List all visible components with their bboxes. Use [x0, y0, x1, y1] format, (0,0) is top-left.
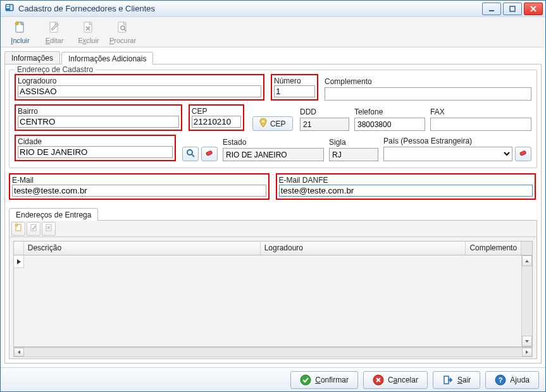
row-emails: E-Mail E-Mail DANFE [9, 173, 537, 200]
sair-label: Sair [457, 376, 471, 384]
incluir-label: Incluir [11, 37, 29, 44]
delivery-grid: Descrição Logradouro Complemento [9, 237, 537, 358]
bairro-input[interactable] [18, 116, 179, 128]
ajuda-button[interactable]: ? Ajuda [485, 371, 539, 389]
ddd-label: DDD [300, 107, 349, 116]
svg-point-12 [262, 120, 264, 122]
maximize-button[interactable] [503, 3, 522, 15]
cancelar-button[interactable]: Cancelar [363, 371, 428, 389]
confirmar-button[interactable]: Confirmar [290, 371, 358, 389]
search-document-icon [115, 20, 130, 35]
scroll-left-button[interactable] [14, 348, 24, 357]
horizontal-scrollbar[interactable] [13, 347, 533, 357]
svg-rect-5 [510, 6, 515, 11]
svg-rect-22 [444, 376, 449, 384]
tab-informacoes[interactable]: Informações [4, 51, 60, 64]
ddd-input[interactable] [300, 118, 349, 131]
cidade-search-button[interactable] [182, 147, 199, 161]
vertical-scrollbar[interactable] [521, 255, 532, 346]
excluir-label: Excluir [78, 37, 99, 44]
email-input[interactable] [12, 185, 266, 197]
svg-rect-1 [6, 5, 9, 6]
logradouro-input[interactable] [18, 85, 261, 97]
sair-button[interactable]: Sair [433, 371, 480, 389]
pais-clear-button[interactable] [515, 147, 531, 161]
cidade-input[interactable] [18, 146, 173, 158]
cidade-clear-button[interactable] [201, 147, 218, 161]
svg-text:?: ? [499, 376, 503, 384]
telefone-label: Telefone [354, 107, 425, 116]
delivery-edit-button[interactable] [27, 222, 40, 236]
field-cidade-wrap: Cidade [15, 135, 176, 161]
incluir-button[interactable]: Incluir [4, 18, 36, 46]
content-area: Informações Informações Adicionais Ender… [1, 47, 545, 367]
app-icon [4, 3, 15, 15]
numero-input[interactable] [274, 85, 315, 97]
delivery-delete-button[interactable] [42, 222, 56, 236]
svg-rect-2 [6, 7, 9, 8]
fax-label: FAX [430, 107, 531, 116]
grid-header: Descrição Logradouro Complemento [14, 242, 532, 255]
sigla-input[interactable] [329, 148, 378, 161]
cep-input[interactable] [192, 116, 241, 128]
eraser-icon [205, 149, 214, 159]
scroll-up-button[interactable] [522, 255, 532, 266]
email-label: E-Mail [12, 176, 34, 185]
email-danfe-input[interactable] [279, 185, 533, 197]
grid-body[interactable] [14, 255, 532, 346]
complemento-input[interactable] [325, 87, 531, 101]
editar-button[interactable]: Editar [39, 18, 70, 46]
x-circle-icon [373, 374, 384, 386]
check-circle-icon [300, 374, 311, 386]
row-3: Cidade Estado [15, 135, 531, 161]
fieldset-legend: Endereço de Cadastro [15, 65, 96, 74]
field-estado: Estado [223, 138, 324, 161]
minimize-button[interactable] [482, 3, 501, 15]
field-fax: FAX [430, 107, 531, 131]
grid-header-complemento[interactable]: Complemento [466, 242, 521, 255]
delivery-body: Descrição Logradouro Complemento [9, 220, 537, 359]
pais-select[interactable] [383, 147, 512, 161]
field-cep-wrap: CEP [189, 104, 244, 131]
window-title: Cadastro de Fornecedores e Clientes [18, 4, 155, 13]
main-toolbar: Incluir Editar Excluir Procurar [1, 17, 545, 47]
estado-input[interactable] [223, 148, 324, 161]
field-sigla: Sigla [329, 138, 378, 161]
help-circle-icon: ? [495, 374, 506, 386]
window: Cadastro de Fornecedores e Clientes Incl… [0, 0, 546, 392]
tab-informacoes-adicionais[interactable]: Informações Adicionais [61, 52, 153, 64]
eraser-icon [519, 149, 528, 159]
svg-rect-15 [520, 150, 526, 156]
close-button[interactable] [524, 3, 543, 15]
procurar-button[interactable]: Procurar [107, 18, 139, 46]
scroll-down-button[interactable] [522, 336, 532, 346]
field-email-wrap: E-Mail [9, 173, 270, 200]
grid-header-descricao[interactable]: Descrição [24, 242, 261, 255]
edit-icon [29, 223, 38, 234]
delivery-add-button[interactable] [11, 222, 25, 236]
field-numero-wrap: Número [271, 74, 318, 101]
field-bairro-wrap: Bairro [15, 104, 182, 131]
titlebar-left: Cadastro de Fornecedores e Clientes [1, 3, 155, 15]
field-logradouro-wrap: Logradouro [15, 74, 264, 101]
cancelar-label: Cancelar [388, 376, 418, 384]
svg-rect-3 [10, 5, 13, 10]
tab-body: Endereço de Cadastro Logradouro Número C… [4, 64, 542, 364]
field-pais: País (Pessoa Estrangeira) [383, 137, 531, 161]
cep-lookup-button[interactable]: CEP [252, 116, 293, 131]
editar-label: Editar [46, 37, 64, 44]
fax-input[interactable] [430, 118, 531, 131]
sigla-label: Sigla [329, 138, 378, 147]
delivery-tabs: Endereços de Entrega [9, 206, 537, 220]
new-icon [14, 223, 23, 234]
window-controls [482, 3, 545, 15]
new-document-icon [13, 20, 28, 35]
field-telefone: Telefone [354, 107, 425, 131]
grid-header-logradouro[interactable]: Logradouro [261, 242, 466, 255]
tab-enderecos-entrega[interactable]: Endereços de Entrega [9, 208, 98, 221]
telefone-input[interactable] [354, 118, 425, 131]
search-icon [186, 149, 195, 159]
pais-label: País (Pessoa Estrangeira) [383, 137, 531, 145]
scroll-right-button[interactable] [522, 348, 532, 357]
excluir-button[interactable]: Excluir [73, 18, 104, 46]
